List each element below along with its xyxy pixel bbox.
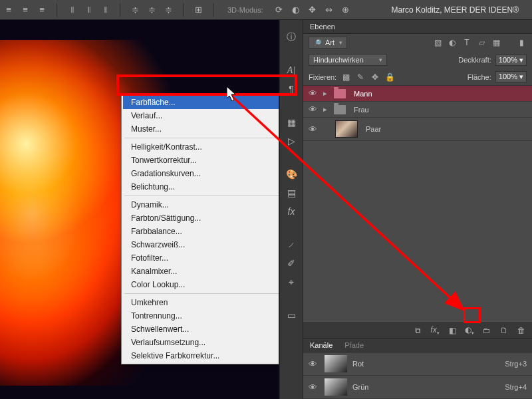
3d-move-icon[interactable]: ✥ (307, 4, 319, 16)
3d-orbit-icon[interactable]: ⟳ (273, 4, 285, 16)
menu-item-verlauf[interactable]: Verlauf... (123, 109, 279, 122)
visibility-icon[interactable]: 👁 (309, 382, 319, 392)
menu-item-belichtung[interactable]: Belichtung... (123, 180, 279, 194)
menu-item-helligkeit-kontrast[interactable]: Helligkeit/Kontrast... (123, 140, 279, 154)
adjustment-layer-icon[interactable]: ◐▾ (464, 325, 475, 336)
channel-thumbnail (325, 355, 347, 372)
fill-value[interactable]: 100% ▾ (495, 71, 527, 82)
distribute-h2-icon[interactable]: ⦀ (82, 4, 94, 16)
navigator-panel-icon[interactable]: ▷ (281, 132, 301, 150)
lock-pixels-icon[interactable]: ▩ (340, 72, 351, 82)
channel-shortcut: Strg+3 (505, 360, 527, 368)
3d-slide-icon[interactable]: ⇔ (323, 4, 335, 16)
channel-rot[interactable]: 👁RotStrg+3 (303, 352, 532, 376)
align-center-icon[interactable]: ≡ (19, 4, 31, 16)
visibility-icon[interactable]: 👁 (309, 88, 319, 98)
channels-panel-header: Kanäle Pfade (303, 338, 532, 352)
distribute-v2-icon[interactable]: ≑ (146, 4, 158, 16)
info-panel-icon[interactable]: ⓘ (281, 28, 301, 47)
adjustments-panel-icon[interactable]: ▤ (281, 184, 301, 202)
layer-mann[interactable]: 👁Mann (303, 86, 532, 102)
menu-item-farbfl-che[interactable]: Farbfläche... (123, 96, 279, 109)
expand-icon[interactable] (323, 105, 330, 114)
opacity-label: Deckkraft: (458, 56, 491, 64)
channel-grün[interactable]: 👁GrünStrg+4 (303, 376, 532, 399)
auto-align-icon[interactable]: ⊞ (192, 4, 204, 16)
fill-label: Fläche: (467, 73, 491, 81)
delete-layer-icon[interactable]: 🗑 (516, 326, 527, 335)
visibility-icon[interactable]: 👁 (309, 104, 319, 114)
lock-position-icon[interactable]: ✥ (370, 72, 380, 82)
lock-all-icon[interactable]: 🔒 (384, 72, 395, 82)
align-left-icon[interactable]: ≡ (3, 4, 15, 16)
filter-pixel-icon[interactable]: ▧ (432, 37, 443, 48)
new-layer-icon[interactable]: 🗋 (499, 326, 509, 335)
distribute-v3-icon[interactable]: ≑ (162, 4, 174, 16)
menu-item-verlaufsumsetzung[interactable]: Verlaufsumsetzung... (123, 336, 279, 349)
menu-item-selektive-farbkorrektur[interactable]: Selektive Farbkorrektur... (123, 349, 279, 362)
distribute-h1-icon[interactable]: ⦀ (66, 4, 78, 16)
visibility-icon[interactable]: 👁 (309, 124, 319, 134)
align-icons: ≡ ≡ ≡ ⦀ ⦀ ⦀ ≑ ≑ ≑ ⊞ 3D-Modus: ⟳ ◐ ✥ ⇔ ⊕ (3, 3, 352, 17)
layer-frau[interactable]: 👁Frau (303, 102, 532, 118)
menu-item-umkehren[interactable]: Umkehren (123, 296, 279, 309)
channel-name: Grün (352, 383, 368, 391)
opacity-value[interactable]: 100% ▾ (495, 55, 527, 66)
layer-thumbnail (335, 120, 358, 138)
lock-label: Fixieren: (309, 73, 336, 81)
expand-icon[interactable] (323, 89, 330, 98)
swatches-panel-icon[interactable]: ▦ (281, 113, 301, 132)
menu-item-color-lookup[interactable]: Color Lookup... (123, 278, 279, 291)
layers-panel-header[interactable]: Ebenen (303, 20, 532, 34)
paragraph-panel-icon[interactable]: ¶ (281, 80, 301, 98)
channel-thumbnail (325, 378, 347, 396)
menu-item-gradationskurven[interactable]: Gradationskurven... (123, 167, 279, 180)
3d-roll-icon[interactable]: ◐ (290, 4, 302, 16)
brush-panel-icon[interactable]: ⟋ (281, 235, 301, 254)
filter-smart-icon[interactable]: ▦ (491, 37, 501, 48)
menu-item-schwarzwei[interactable]: Schwarzweiß... (123, 238, 279, 251)
paths-tab[interactable]: Pfade (344, 341, 364, 349)
layer-paar[interactable]: 👁Paar (303, 118, 532, 141)
brush-presets-icon[interactable]: ✐ (281, 254, 301, 273)
filter-type-icon[interactable]: T (462, 37, 472, 48)
menu-item-schwellenwert[interactable]: Schwellenwert... (123, 323, 279, 336)
workspace-label[interactable]: Marco Kolditz, MEER DER IDEEN® (391, 5, 529, 15)
menu-item-farbton-s-ttigung[interactable]: Farbton/Sättigung... (123, 211, 279, 225)
adjustment-context-menu: Farbfläche...Verlauf...Muster...Helligke… (121, 94, 279, 364)
canvas-area[interactable]: Farbfläche...Verlauf...Muster...Helligke… (0, 20, 279, 399)
menu-item-fotofilter[interactable]: Fotofilter... (123, 251, 279, 265)
options-toolbar: ≡ ≡ ≡ ⦀ ⦀ ⦀ ≑ ≑ ≑ ⊞ 3D-Modus: ⟳ ◐ ✥ ⇔ ⊕ … (0, 0, 532, 20)
right-panels: Ebenen 🔎Art ▧ ◐ T ▱ ▦ ▮ Hindurchwirken D… (303, 20, 532, 399)
menu-item-dynamik[interactable]: Dynamik... (123, 198, 279, 211)
filter-shape-icon[interactable]: ▱ (476, 37, 487, 48)
link-layers-icon[interactable]: ⧉ (412, 326, 423, 335)
layer-mask-icon[interactable]: ◧ (447, 326, 458, 335)
menu-item-farbbalance[interactable]: Farbbalance... (123, 225, 279, 238)
menu-item-kanalmixer[interactable]: Kanalmixer... (123, 265, 279, 278)
layer-filter-row: 🔎Art ▧ ◐ T ▱ ▦ ▮ (303, 34, 532, 51)
layer-fx-icon[interactable]: fx▾ (430, 325, 440, 336)
filter-type-dropdown[interactable]: 🔎Art (309, 37, 347, 49)
filter-toggle-icon[interactable]: ▮ (516, 37, 527, 48)
character-panel-icon[interactable]: A| (281, 61, 301, 80)
tool-presets-icon[interactable]: ⌖ (281, 273, 301, 291)
filter-adjust-icon[interactable]: ◐ (447, 37, 458, 48)
lock-paint-icon[interactable]: ✎ (355, 72, 366, 82)
menu-item-tonwertkorrektur[interactable]: Tonwertkorrektur... (123, 154, 279, 167)
visibility-icon[interactable]: 👁 (309, 359, 319, 369)
distribute-h3-icon[interactable]: ⦀ (99, 4, 111, 16)
channels-tab[interactable]: Kanäle (310, 341, 332, 349)
folder-icon (334, 105, 346, 114)
styles-panel-icon[interactable]: fx (281, 202, 301, 221)
align-right-icon[interactable]: ≡ (36, 4, 48, 16)
layer-group-icon[interactable]: 🗀 (481, 326, 492, 335)
menu-item-tontrennung[interactable]: Tontrennung... (123, 309, 279, 323)
color-panel-icon[interactable]: 🎨 (281, 165, 301, 184)
channels-list: 👁RotStrg+3👁GrünStrg+4 (303, 352, 532, 399)
blend-mode-dropdown[interactable]: Hindurchwirken (309, 54, 387, 66)
3d-scale-icon[interactable]: ⊕ (340, 4, 352, 16)
history-panel-icon[interactable]: ▭ (281, 306, 301, 325)
distribute-v1-icon[interactable]: ≑ (129, 4, 141, 16)
menu-item-muster[interactable]: Muster... (123, 122, 279, 136)
